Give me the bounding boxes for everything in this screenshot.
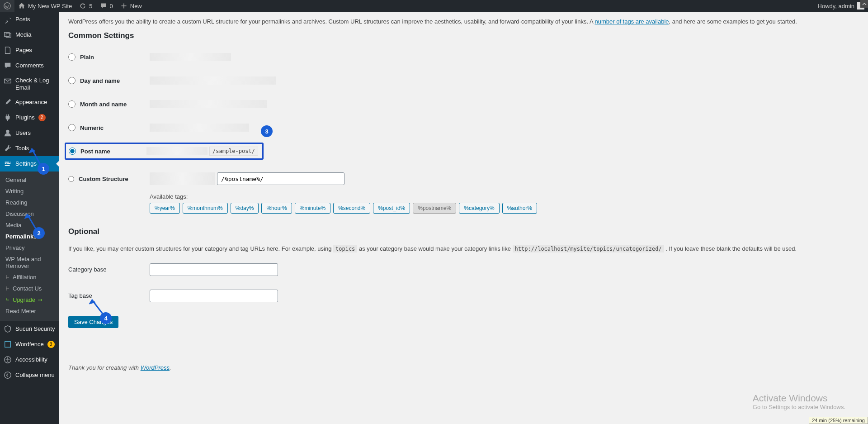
sidebar-item-plugins[interactable]: Plugins 2 xyxy=(0,110,59,125)
category-base-input[interactable] xyxy=(150,263,278,276)
new-label: New xyxy=(130,3,142,10)
wordfence-badge: 3 xyxy=(47,341,55,348)
footer-link[interactable]: WordPress xyxy=(141,364,170,371)
category-base-label: Category base xyxy=(68,266,150,273)
svg-rect-2 xyxy=(5,342,11,348)
radio-day-name-input[interactable] xyxy=(68,77,75,84)
plug-icon xyxy=(4,114,12,122)
updates-link[interactable]: 5 xyxy=(75,0,96,12)
media-icon xyxy=(4,31,12,39)
comments-count: 0 xyxy=(110,3,113,10)
mail-icon xyxy=(4,77,12,85)
sidebar-item-sucuri[interactable]: Sucuri Security xyxy=(0,321,59,337)
svg-point-1 xyxy=(6,130,9,133)
howdy-text: Howdy, admin xyxy=(818,3,854,10)
radio-day-name[interactable]: Day and name xyxy=(68,77,150,84)
sub-writing[interactable]: Writing xyxy=(0,186,59,197)
intro-link[interactable]: number of tags are available xyxy=(594,18,669,25)
sub-contact[interactable]: Contact Us xyxy=(0,283,59,294)
tag-base-input[interactable] xyxy=(150,290,278,302)
tag-base-label: Tag base xyxy=(68,292,150,299)
optional-heading: Optional xyxy=(68,227,859,236)
sidebar-item-pages[interactable]: Pages xyxy=(0,43,59,58)
sub-general[interactable]: General xyxy=(0,174,59,186)
sub-reading[interactable]: Reading xyxy=(0,197,59,208)
sidebar-item-appearance[interactable]: Appearance xyxy=(0,95,59,110)
svg-point-0 xyxy=(4,3,10,9)
scroll-up-icon[interactable] xyxy=(860,0,868,8)
custom-structure-input[interactable] xyxy=(217,172,344,185)
sidebar-item-comments[interactable]: Comments xyxy=(0,58,59,73)
accessibility-icon xyxy=(4,356,12,364)
tag-button[interactable]: %postname% xyxy=(413,203,456,214)
radio-post-name-input[interactable] xyxy=(69,148,76,155)
main-content: WordPress offers you the ability to crea… xyxy=(59,12,868,424)
comments-link[interactable]: 0 xyxy=(96,0,117,12)
wp-logo[interactable] xyxy=(0,0,14,12)
tree-icon xyxy=(5,286,10,291)
blurred-url xyxy=(150,172,215,185)
tag-button[interactable]: %author% xyxy=(502,203,537,214)
sidebar-item-users[interactable]: Users xyxy=(0,125,59,141)
available-tags-label: Available tags: xyxy=(150,193,859,200)
sidebar-item-accessibility[interactable]: Accessibility xyxy=(0,352,59,367)
new-link[interactable]: New xyxy=(117,0,146,12)
sub-privacy[interactable]: Privacy xyxy=(0,242,59,253)
activate-windows: Activate Windows Go to Settings to activ… xyxy=(753,393,845,410)
refresh-icon xyxy=(79,2,86,10)
home-icon xyxy=(18,2,25,10)
tag-button[interactable]: %minute% xyxy=(295,203,330,214)
radio-numeric[interactable]: Numeric xyxy=(68,124,150,131)
sidebar-item-posts[interactable]: Posts xyxy=(0,12,59,27)
radio-custom[interactable]: Custom Structure xyxy=(68,176,150,182)
tag-button[interactable]: %year% xyxy=(150,203,180,214)
pin-icon xyxy=(4,15,12,24)
brush-icon xyxy=(4,98,12,106)
sub-upgrade[interactable]: Upgrade xyxy=(0,294,59,305)
radio-month-name[interactable]: Month and name xyxy=(68,100,150,108)
sidebar-item-wordfence[interactable]: Wordfence 3 xyxy=(0,337,59,352)
settings-submenu: General Writing Reading Discussion Media… xyxy=(0,172,59,321)
tree-icon xyxy=(5,298,10,302)
shield-icon xyxy=(4,325,12,333)
tag-button[interactable]: %hour% xyxy=(261,203,292,214)
svg-point-4 xyxy=(7,357,9,359)
site-name-link[interactable]: My New WP Site xyxy=(14,0,75,12)
blurred-url xyxy=(146,147,208,155)
sub-wpmeta[interactable]: WP Meta and Remover xyxy=(0,253,59,272)
wordpress-icon xyxy=(4,2,11,10)
radio-numeric-input[interactable] xyxy=(68,124,75,131)
radio-plain-input[interactable] xyxy=(68,53,75,61)
tag-button[interactable]: %monthnum% xyxy=(183,203,228,214)
footer-text: Thank you for creating with WordPress. xyxy=(68,364,859,371)
code-topics: topics xyxy=(333,245,357,252)
wordfence-icon xyxy=(4,340,12,348)
blurred-url xyxy=(150,53,231,61)
collapse-icon xyxy=(4,371,12,379)
collapse-menu[interactable]: Collapse menu xyxy=(0,367,59,383)
intro-text: WordPress offers you the ability to crea… xyxy=(68,18,859,25)
code-url: http://localhost/mysite/topics/uncategor… xyxy=(513,245,664,252)
sub-affiliation[interactable]: Affiliation xyxy=(0,272,59,283)
tag-button[interactable]: %day% xyxy=(231,203,259,214)
radio-custom-input[interactable] xyxy=(68,176,74,182)
radio-post-name[interactable]: Post name xyxy=(69,148,146,155)
marker-2: 2 xyxy=(33,227,45,239)
updates-count: 5 xyxy=(89,3,92,10)
perm-option-plain: Plain xyxy=(68,48,859,72)
tag-button[interactable]: %category% xyxy=(459,203,499,214)
radio-month-name-input[interactable] xyxy=(68,100,75,108)
comment-icon xyxy=(100,2,107,10)
sub-readmeter[interactable]: Read Meter xyxy=(0,305,59,317)
sidebar-item-media[interactable]: Media xyxy=(0,27,59,43)
tag-button[interactable]: %post_id% xyxy=(373,203,410,214)
sub-permalinks[interactable]: Permalinks xyxy=(0,231,59,242)
page-icon xyxy=(4,46,12,54)
tag-button[interactable]: %second% xyxy=(333,203,370,214)
sidebar-item-check-email[interactable]: Check & Log Email xyxy=(0,73,59,95)
radio-plain[interactable]: Plain xyxy=(68,53,150,61)
marker-4: 4 xyxy=(100,312,112,324)
perm-option-numeric: Numeric xyxy=(68,119,859,143)
blurred-url xyxy=(150,76,276,85)
comment-icon xyxy=(4,62,12,70)
